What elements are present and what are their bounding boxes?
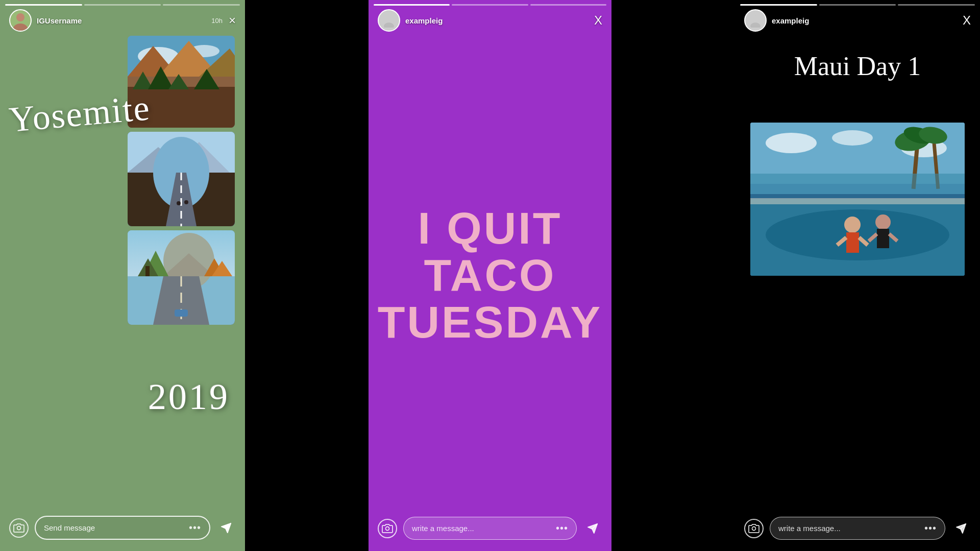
svg-marker-43 [588, 523, 597, 533]
avatar-2 [378, 9, 400, 32]
avatar-1 [9, 9, 32, 32]
svg-point-59 [844, 217, 861, 233]
time-1: 10h [211, 17, 223, 25]
story-footer-2: write a message... ••• [369, 509, 611, 551]
svg-marker-71 [957, 523, 966, 533]
maui-title-text: Maui Day 1 [794, 51, 921, 81]
more-options-2[interactable]: ••• [556, 522, 568, 534]
progress-bar-2-2 [452, 4, 528, 6]
message-input-1[interactable]: Send message ••• [35, 516, 210, 540]
close-button-1[interactable]: × [229, 14, 236, 27]
svg-point-39 [386, 15, 391, 21]
progress-bar-1 [5, 4, 82, 6]
avatar-3 [744, 9, 767, 32]
svg-rect-67 [750, 198, 965, 204]
progress-bar-2 [84, 4, 161, 6]
svg-point-40 [384, 22, 394, 28]
taco-line-1: I QUIT [378, 205, 602, 252]
send-button-3[interactable] [951, 519, 971, 538]
progress-bar-3-1 [740, 4, 817, 6]
close-button-2[interactable]: X [594, 14, 602, 27]
svg-point-44 [752, 15, 758, 21]
camera-button-3[interactable] [744, 519, 764, 538]
send-button-2[interactable] [583, 519, 602, 538]
story-panel-2: exampleig X I QUIT TACO TUESDAY write a … [368, 0, 612, 551]
photo-collage-1 [128, 36, 235, 325]
svg-point-22 [177, 201, 181, 205]
svg-point-63 [875, 214, 891, 230]
progress-bar-3-3 [898, 4, 975, 6]
svg-rect-68 [750, 174, 965, 194]
story-panel-1: IGUsername 10h × [0, 0, 245, 551]
progress-bars-3 [740, 4, 975, 6]
svg-rect-33 [175, 309, 188, 317]
story-footer-1: Send message ••• [0, 508, 245, 551]
more-options-1[interactable]: ••• [189, 522, 201, 534]
send-button-1[interactable] [216, 518, 236, 538]
message-placeholder-2: write a message... [412, 524, 474, 533]
send-message-label: Send message [44, 523, 95, 532]
username-3: exampleig [772, 16, 957, 25]
message-input-2[interactable]: write a message... ••• [403, 517, 577, 540]
svg-point-49 [766, 133, 817, 153]
close-button-3[interactable]: X [963, 14, 971, 27]
more-options-3[interactable]: ••• [924, 522, 937, 534]
taco-line-3: TUESDAY [378, 299, 602, 346]
photo-yosemite-road [128, 230, 235, 325]
message-input-3[interactable]: write a message... ••• [770, 517, 945, 540]
progress-bars-2 [374, 4, 606, 6]
maui-photo [750, 123, 965, 276]
story-footer-3: write a message... ••• [735, 509, 980, 551]
svg-point-0 [16, 13, 24, 21]
svg-marker-38 [222, 523, 231, 532]
progress-bar-2-3 [530, 4, 606, 6]
message-placeholder-3: write a message... [778, 524, 841, 533]
photo-yosemite-arch [128, 132, 235, 226]
svg-point-36 [17, 526, 21, 530]
username-2: exampleig [405, 16, 588, 25]
progress-bar-3-2 [819, 4, 896, 6]
svg-rect-64 [877, 229, 889, 248]
svg-rect-30 [145, 266, 150, 276]
taco-line-2: TACO [378, 252, 602, 299]
svg-point-41 [386, 526, 389, 530]
story-panel-3: exampleig X Maui Day 1 [735, 0, 980, 551]
taco-tuesday-text: I QUIT TACO TUESDAY [378, 205, 602, 346]
svg-point-69 [752, 526, 756, 530]
year-overlay-text: 2019 [148, 376, 230, 418]
camera-button-2[interactable] [378, 519, 397, 538]
svg-rect-60 [846, 232, 859, 253]
progress-bars-1 [5, 4, 240, 6]
svg-point-1 [13, 23, 28, 31]
camera-button-1[interactable] [9, 518, 29, 538]
progress-bar-3 [163, 4, 240, 6]
svg-point-45 [750, 22, 761, 28]
svg-point-23 [184, 200, 188, 204]
username-1: IGUsername [37, 16, 208, 25]
progress-bar-2-1 [374, 4, 450, 6]
svg-point-50 [832, 130, 873, 146]
